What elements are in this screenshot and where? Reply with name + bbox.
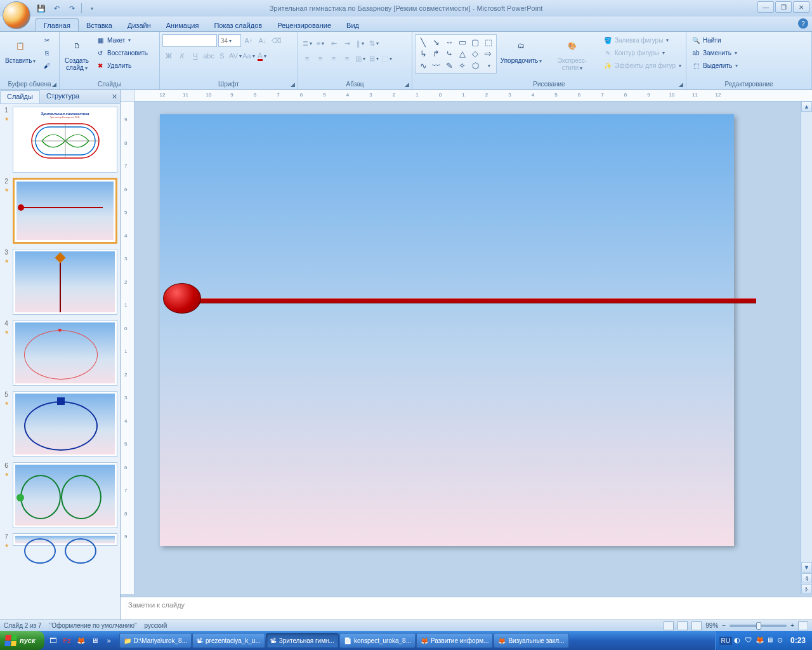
ql-tc-icon[interactable]: 🗔 (47, 633, 60, 647)
slide-shape-line[interactable] (198, 298, 756, 303)
status-language[interactable]: русский (144, 622, 167, 629)
shape-scribble-icon[interactable]: ✎ (443, 60, 455, 71)
font-launcher[interactable]: ◢ (289, 81, 296, 88)
panel-tab-slides[interactable]: Слайды (0, 90, 40, 103)
shape-dblarrow-icon[interactable]: ↔ (443, 37, 455, 48)
zoom-slider[interactable] (730, 625, 787, 627)
shape-triangle-icon[interactable]: △ (457, 49, 469, 60)
paragraph-launcher[interactable]: ◢ (403, 81, 410, 88)
align-right-button[interactable]: ≡ (327, 52, 340, 65)
zoom-slider-thumb[interactable] (756, 622, 761, 630)
undo-icon[interactable]: ↶ (51, 3, 62, 14)
notes-pane[interactable]: Заметки к слайду (121, 597, 812, 620)
slide-thumbnail-7[interactable] (13, 533, 117, 546)
help-icon[interactable]: ? (798, 18, 808, 29)
change-case-button[interactable]: Aa (242, 50, 255, 62)
scroll-down-button[interactable]: ▼ (801, 562, 812, 573)
slide-canvas[interactable] (160, 114, 734, 546)
shapes-gallery[interactable]: ╲ ↘ ↔ ▭ ▢ ⬚ ↳ ↱ ⤷ △ ◇ ⇨ ∿ 〰 ✎ ✧ ⬡ (415, 34, 497, 74)
slide-shape-ellipse[interactable] (163, 283, 201, 314)
tab-view[interactable]: Вид (339, 19, 367, 31)
taskbar-app-button[interactable]: 📁D:\Mariya\urok_8... (119, 633, 192, 648)
replace-button[interactable]: abЗаменить (689, 47, 740, 58)
text-direction-button[interactable]: ⇅ (367, 37, 380, 50)
font-size-combo[interactable]: 34 (218, 34, 241, 47)
slide-thumbnail-2[interactable] (13, 178, 117, 244)
tray-icon[interactable]: 🖥 (766, 636, 775, 645)
delete-button[interactable]: ✖Удалить (93, 60, 150, 71)
slide-thumbnail-4[interactable]: ♥ (13, 320, 117, 386)
horizontal-ruler[interactable]: 1211109876543210123456789101112 (134, 90, 812, 101)
shadow-button[interactable]: S (216, 50, 228, 62)
slide-thumbnail-6[interactable] (13, 462, 117, 528)
tab-slideshow[interactable]: Показ слайдов (206, 19, 270, 31)
slideshow-view-button[interactable] (691, 621, 702, 630)
slide-canvas-area[interactable] (134, 102, 801, 594)
italic-button[interactable]: К (176, 50, 188, 62)
ql-firefox-icon[interactable]: 🦊 (75, 633, 88, 647)
minimize-button[interactable]: — (757, 1, 774, 13)
taskbar-app-button[interactable]: 📄konspect_uroka_8... (339, 633, 416, 648)
underline-button[interactable]: Ч (189, 50, 202, 62)
justify-button[interactable]: ≡ (341, 52, 353, 65)
drawing-launcher[interactable]: ◢ (677, 81, 684, 88)
zoom-percent[interactable]: 99% (705, 622, 718, 629)
clock[interactable]: 0:23 (788, 636, 808, 645)
taskbar-app-button[interactable]: 🦊Развитие информ... (416, 633, 493, 648)
tray-icon[interactable]: 🛡 (745, 636, 754, 645)
ql-filezilla-icon[interactable]: Fz (61, 633, 74, 647)
numbering-button[interactable]: ≡ (314, 37, 327, 50)
shape-arrow-icon[interactable]: ↘ (431, 37, 443, 48)
slide-thumbnail-3[interactable] (13, 249, 117, 315)
clear-format-button[interactable]: ⌫ (270, 34, 283, 47)
new-slide-button[interactable]: 🗋 Создать слайд (62, 34, 91, 73)
shape-freeform-icon[interactable]: 〰 (431, 60, 443, 71)
taskbar-app-button[interactable]: 🦊Визуальные закл... (494, 633, 568, 648)
vertical-scrollbar[interactable]: ▲ ▼ ⦉ ⦊ (801, 102, 812, 594)
shape-hexagon-icon[interactable]: ⬡ (469, 60, 481, 71)
thumbnails-list[interactable]: 1★ Зрительная гимнастика Тренажер Базарн… (0, 104, 120, 620)
reset-button[interactable]: ↺Восстановить (93, 47, 150, 58)
close-button[interactable]: ✕ (793, 1, 809, 13)
shape-line-icon[interactable]: ╲ (417, 37, 429, 48)
save-icon[interactable]: 💾 (36, 3, 47, 14)
shapes-more-button[interactable] (483, 60, 495, 71)
shape-curve-icon[interactable]: ∿ (417, 60, 429, 71)
align-text-button[interactable]: ⊞ (367, 52, 380, 65)
shape-connector1-icon[interactable]: ↳ (417, 49, 429, 60)
align-center-button[interactable]: ≡ (314, 52, 327, 65)
quick-styles-button[interactable]: 🎨 Экспресс-стили (546, 34, 599, 73)
sorter-view-button[interactable] (678, 621, 688, 630)
shape-diamond-icon[interactable]: ◇ (469, 49, 481, 60)
taskbar-app-button[interactable]: 📽prezentaciya_k_u... (192, 633, 265, 648)
align-left-button[interactable]: ≡ (301, 52, 313, 65)
format-painter-button[interactable]: 🖌 (40, 60, 54, 71)
zoom-in-button[interactable]: + (790, 622, 794, 629)
redo-icon[interactable]: ↷ (66, 3, 77, 14)
tray-icon[interactable]: ⊙ (777, 636, 786, 645)
tab-animation[interactable]: Анимация (159, 19, 207, 31)
columns-button[interactable]: ▥ (354, 52, 367, 65)
tab-insert[interactable]: Вставка (79, 19, 120, 31)
slide-thumbnail-5[interactable] (13, 391, 117, 457)
shrink-font-button[interactable]: A↓ (256, 34, 269, 47)
bold-button[interactable]: Ж (162, 50, 175, 62)
ql-more-icon[interactable]: » (103, 633, 115, 647)
taskbar-app-button[interactable]: 📽Зрительная гимн... (266, 633, 339, 648)
shape-effects-button[interactable]: ✨Эффекты для фигур (601, 60, 683, 71)
font-color-button[interactable]: A (256, 50, 268, 62)
shape-roundrect-icon[interactable]: ▢ (469, 37, 481, 48)
cut-button[interactable]: ✂ (40, 34, 54, 46)
panel-tab-outline[interactable]: Структура (40, 90, 86, 103)
next-slide-button[interactable]: ⦊ (801, 584, 812, 594)
vertical-ruler[interactable]: 9876543210123456789 (121, 102, 134, 594)
prev-slide-button[interactable]: ⦉ (801, 573, 812, 583)
copy-button[interactable]: ⎘ (40, 47, 54, 58)
tray-icon[interactable]: ◐ (734, 636, 743, 645)
normal-view-button[interactable] (664, 621, 674, 630)
shape-fill-button[interactable]: 🪣Заливка фигуры (601, 34, 683, 46)
shape-connector2-icon[interactable]: ↱ (431, 49, 443, 60)
clipboard-launcher[interactable]: ◢ (50, 81, 58, 88)
maximize-button[interactable]: ❐ (775, 1, 792, 13)
char-spacing-button[interactable]: AV (229, 50, 242, 62)
